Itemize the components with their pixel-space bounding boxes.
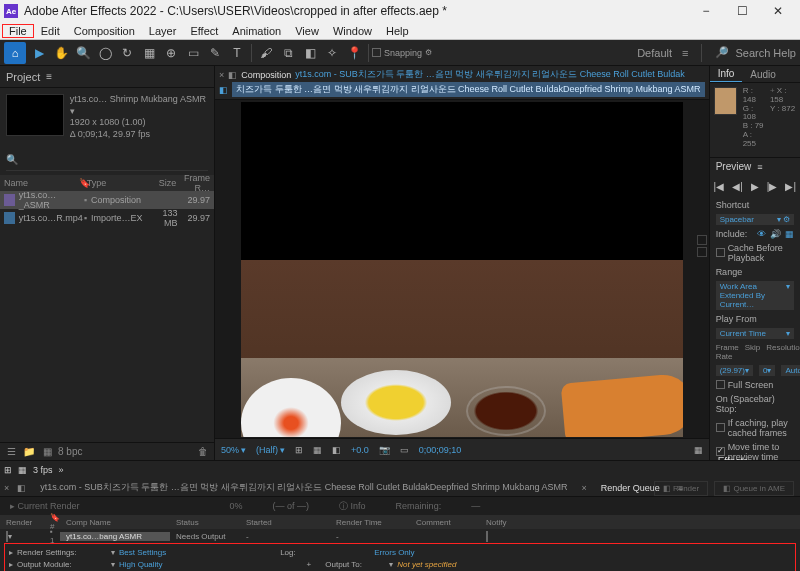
prev-frame-icon[interactable]: ◀| [732,181,743,192]
viewer-button[interactable] [697,235,707,245]
render-settings-value[interactable]: Best Settings [119,548,166,557]
next-frame-icon[interactable]: |▶ [767,181,778,192]
resolution-dropdown[interactable]: (Half) ▾ [256,445,285,455]
current-render-row: ▸ Current Render 0% (— of —) ⓘ Info Rema… [0,497,800,515]
resolution-label: Resolution [766,343,800,361]
type-tool-icon[interactable]: T [227,43,247,63]
last-frame-icon[interactable]: ▶| [785,181,796,192]
toolbar-separator [251,44,252,62]
project-search[interactable]: 🔍 [6,151,208,171]
output-to-value[interactable]: Not yet specified [397,560,456,569]
add-output-icon[interactable]: + [307,560,312,569]
snapshot-icon[interactable]: 📷 [379,445,390,455]
render-queue-item[interactable]: ▾ ▪ 1 yt1s.co…bang ASMR Needs Output - - [0,529,800,543]
framerate-dropdown[interactable]: (29.97)▾ [716,365,753,376]
trash-icon[interactable]: 🗑 [196,446,210,458]
hand-tool-icon[interactable]: ✋ [51,43,71,63]
snapping-toggle[interactable]: Snapping ⚙ [372,48,432,58]
timeline-overflow-icon[interactable]: » [59,465,64,475]
skip-dropdown[interactable]: 0▾ [759,365,775,376]
puppet-tool-icon[interactable]: 📍 [344,43,364,63]
close-button[interactable]: ✕ [760,0,796,22]
workspace-menu-icon[interactable]: ≡ [682,47,688,59]
exposure-value[interactable]: +0.0 [351,445,369,455]
rotate-tool-icon[interactable]: ↻ [117,43,137,63]
shortcut-dropdown[interactable]: Spacebar▾ ⚙ [716,214,794,225]
bpc-toggle[interactable]: 8 bpc [58,446,82,457]
zoom-dropdown[interactable]: 50% ▾ [221,445,246,455]
include-audio-icon[interactable]: 🔊 [770,229,781,239]
composition-tab[interactable]: yt1s.com - SUB치즈가득 두툼한 …음면 먹방 새우튀김까지 리얼사… [295,68,685,81]
project-item-row[interactable]: yt1s.co…R.mp4 ▪ Importe…EX 133 MB 29.97 [0,209,214,227]
play-icon[interactable]: ▶ [751,181,759,192]
range-dropdown[interactable]: Work Area Extended By Current…▾ [716,281,794,310]
composition-label: Composition [241,70,291,80]
menu-edit[interactable]: Edit [34,24,67,38]
current-time[interactable]: 0;00;09;10 [419,445,462,455]
include-video-icon[interactable]: 👁 [757,229,766,239]
view-layout-icon[interactable]: ▦ [694,445,703,455]
close-tab-icon[interactable]: × [4,483,9,493]
video-frame [241,260,683,437]
pan-behind-tool-icon[interactable]: ⊕ [161,43,181,63]
project-item-row[interactable]: yt1s.co…_ASMR ▪ Composition 29.97 [0,191,214,209]
log-value[interactable]: Errors Only [374,548,414,557]
audio-tab[interactable]: Audio [742,67,784,82]
viewer-button[interactable] [697,247,707,257]
resolution-dropdown[interactable]: Auto▾ [781,365,800,376]
menu-file[interactable]: File [2,24,34,38]
cache-checkbox[interactable] [716,248,725,257]
project-tab[interactable]: Project [6,71,40,83]
workspace-dropdown[interactable]: Default [637,47,672,59]
info-tab[interactable]: Info [710,66,743,82]
mask-button[interactable]: ◧ [332,445,341,455]
close-tab-icon[interactable]: × [581,483,586,493]
menu-effect[interactable]: Effect [183,24,225,38]
fullscreen-checkbox[interactable] [716,380,725,389]
clone-tool-icon[interactable]: ⧉ [278,43,298,63]
show-snapshot-icon[interactable]: ▭ [400,445,409,455]
preview-tab[interactable]: Preview [716,161,752,172]
render-button[interactable]: ◧ Render [654,481,708,496]
eraser-tool-icon[interactable]: ◧ [300,43,320,63]
output-module-value[interactable]: High Quality [119,560,163,569]
maximize-button[interactable]: ☐ [724,0,760,22]
shortcut-label: Shortcut [716,200,750,210]
home-button[interactable]: ⌂ [4,42,26,64]
menu-layer[interactable]: Layer [142,24,184,38]
selection-tool-icon[interactable]: ▶ [29,43,49,63]
include-overlays-icon[interactable]: ▦ [785,229,794,239]
timeline-snap-icon[interactable]: ▦ [18,465,27,475]
menu-composition[interactable]: Composition [67,24,142,38]
brush-tool-icon[interactable]: 🖌 [256,43,276,63]
move-time-checkbox[interactable] [716,447,725,456]
playfrom-dropdown[interactable]: Current Time▾ [716,328,794,339]
menu-view[interactable]: View [288,24,326,38]
orbit-tool-icon[interactable]: ◯ [95,43,115,63]
shape-tool-icon[interactable]: ▭ [183,43,203,63]
render-checkbox[interactable] [6,531,8,542]
if-caching-checkbox[interactable] [716,423,725,432]
interpret-footage-icon[interactable]: ☰ [4,446,18,458]
channel-button[interactable]: ▦ [313,445,322,455]
zoom-tool-icon[interactable]: 🔍 [73,43,93,63]
grid-button[interactable]: ⊞ [295,445,303,455]
timeline-lock-icon[interactable]: ⊞ [4,465,12,475]
search-help[interactable]: 🔎 Search Help [715,46,796,59]
pen-tool-icon[interactable]: ✎ [205,43,225,63]
camera-tool-icon[interactable]: ▦ [139,43,159,63]
roto-tool-icon[interactable]: ✧ [322,43,342,63]
composition-tab-active[interactable]: 치즈가득 두툼한 …음면 먹방 새우튀김까지 리얼사운드 Cheese Roll… [232,82,705,97]
queue-in-ame-button[interactable]: ◧ Queue in AME [714,481,794,496]
menu-animation[interactable]: Animation [225,24,288,38]
notify-checkbox[interactable] [486,531,488,542]
panel-menu-icon[interactable]: ≡ [46,71,52,82]
menu-window[interactable]: Window [326,24,379,38]
menu-help[interactable]: Help [379,24,416,38]
new-folder-icon[interactable]: 📁 [22,446,36,458]
composition-canvas[interactable] [241,102,683,437]
minimize-button[interactable]: − [688,0,724,22]
first-frame-icon[interactable]: |◀ [714,181,725,192]
timeline-comp-tab[interactable]: yt1s.com - SUB치즈가득 두툼한 …음면 먹방 새우튀김까지 리얼사… [34,479,573,496]
new-comp-icon[interactable]: ▦ [40,446,54,458]
